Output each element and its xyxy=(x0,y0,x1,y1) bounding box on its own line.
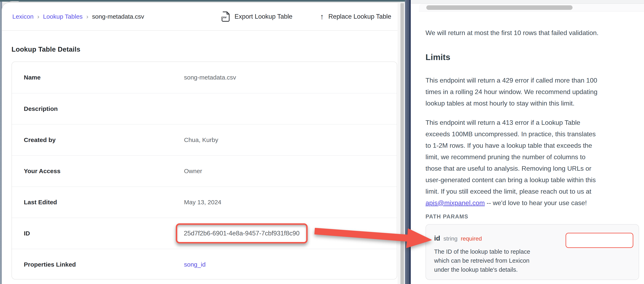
window-divider-band xyxy=(405,0,411,284)
export-lookup-table-button[interactable]: csv Export Lookup Table xyxy=(221,3,292,30)
paragraph-line: lookup tables at most hourly to stay wit… xyxy=(426,98,598,109)
row-value: song-metadata.csv xyxy=(184,74,236,81)
row-label: Name xyxy=(12,74,184,81)
breadcrumb-lexicon-link[interactable]: Lexicon xyxy=(12,13,34,20)
api-docs-window: We will return at most the first 10 rows… xyxy=(411,0,644,284)
param-type: string xyxy=(443,235,457,242)
paragraph-line: exceeds 100MB uncompressed. In practice,… xyxy=(426,128,596,140)
breadcrumb-lookup-tables-link[interactable]: Lookup Tables xyxy=(43,13,82,20)
paragraph-line: to 1-2M rows. If you have a lookup table… xyxy=(426,140,596,151)
id-param-card: id string required The ID of the lookup … xyxy=(426,224,639,280)
table-row: ID25d7f2b6-6901-4e8a-9457-7cbf931f8c90 xyxy=(12,218,397,249)
paragraph-line: those that are useful to analysis. Remov… xyxy=(426,163,596,174)
email-link[interactable]: apis@mixpanel.com xyxy=(426,199,485,207)
lookup-table-details-card: Namesong-metadata.csvDescriptionCreated … xyxy=(12,61,397,280)
table-row: Description xyxy=(12,93,397,124)
row-value: Chua, Kurby xyxy=(184,137,218,143)
paragraph-line: times in a rolling 24 hour window. We re… xyxy=(426,86,598,98)
breadcrumb: Lexicon › Lookup Tables › song-metadata.… xyxy=(12,3,144,30)
table-row: Properties Linkedsong_id xyxy=(12,249,397,280)
limits-heading: Limits xyxy=(426,52,450,62)
id-highlight-annotation: 25d7f2b6-6901-4e8a-9457-7cbf931f8c90 xyxy=(176,223,308,243)
export-button-label: Export Lookup Table xyxy=(234,13,292,20)
table-row: Your AccessOwner xyxy=(12,155,397,186)
validation-note: We will return at most the first 10 rows… xyxy=(426,27,598,38)
param-description: The ID of the lookup table to replacewhi… xyxy=(434,247,530,274)
limits-paragraph-1: This endpoint will return a 429 error if… xyxy=(426,75,598,109)
path-params-label: PATH PARAMS xyxy=(426,214,468,220)
table-row: Created byChua, Kurby xyxy=(12,124,397,155)
paragraph-line: The ID of the lookup table to replace xyxy=(434,247,530,256)
limits-paragraph-2: This endpoint will return a 413 error if… xyxy=(426,117,596,209)
linked-property-link[interactable]: song_id xyxy=(184,261,206,268)
table-row: Last EditedMay 13, 2024 xyxy=(12,186,397,218)
background-left-strip xyxy=(0,2,2,284)
paragraph-line: limit. If you still exceed the limit, pl… xyxy=(426,186,596,197)
paragraph-line: limit, we recommend pruning the number o… xyxy=(426,151,596,163)
row-label: Properties Linked xyxy=(12,261,184,268)
row-value: May 13, 2024 xyxy=(184,199,222,206)
paragraph-line: This endpoint will return a 429 error if… xyxy=(426,75,598,86)
replace-lookup-table-button[interactable]: ↑ Replace Lookup Table xyxy=(320,3,391,30)
row-label: Description xyxy=(12,105,184,112)
svg-text:csv: csv xyxy=(222,15,227,19)
paragraph-text: -- we'd love to hear your use case! xyxy=(485,199,587,207)
param-name: id xyxy=(434,234,440,242)
paragraph-line: user-generated content can bring a looku… xyxy=(426,174,596,186)
replace-button-label: Replace Lookup Table xyxy=(328,13,391,20)
upload-arrow-icon: ↑ xyxy=(320,13,324,20)
row-value: Owner xyxy=(184,168,202,175)
breadcrumb-separator-icon: › xyxy=(86,13,88,20)
row-label: Your Access xyxy=(12,168,184,175)
paragraph-line: This endpoint will return a 413 error if… xyxy=(426,117,596,128)
paragraph-line: under the lookup table's details. xyxy=(434,265,530,274)
table-row: Namesong-metadata.csv xyxy=(12,62,397,93)
row-label: ID xyxy=(12,230,184,237)
breadcrumb-current-page: song-metadata.csv xyxy=(92,13,144,20)
breadcrumb-separator-icon: › xyxy=(37,13,39,20)
docs-top-strip xyxy=(411,0,644,4)
row-value: song_id xyxy=(184,261,206,268)
lexicon-window: Lexicon › Lookup Tables › song-metadata.… xyxy=(2,3,401,284)
lexicon-header: Lexicon › Lookup Tables › song-metadata.… xyxy=(2,3,401,31)
row-value: 25d7f2b6-6901-4e8a-9457-7cbf931f8c90 xyxy=(184,223,308,243)
csv-file-icon: csv xyxy=(221,11,230,22)
row-label: Created by xyxy=(12,137,184,143)
limits-paragraph-2-lastline: apis@mixpanel.com -- we'd love to hear y… xyxy=(426,197,596,209)
background-top-strip xyxy=(0,0,405,2)
details-rows: Namesong-metadata.csvDescriptionCreated … xyxy=(12,62,397,280)
screenshot-stage: Lexicon › Lookup Tables › song-metadata.… xyxy=(0,0,644,284)
id-param-input[interactable] xyxy=(566,233,633,248)
left-window-vertical-scrollbar[interactable] xyxy=(400,3,404,284)
param-required-badge: required xyxy=(461,235,482,242)
row-label: Last Edited xyxy=(12,199,184,206)
paragraph-line: which can be retreived from Lexicon xyxy=(434,256,530,265)
param-header: id string required xyxy=(434,234,482,242)
docs-horizontal-scrollbar[interactable] xyxy=(426,5,572,10)
limits-paragraph-2-lines: This endpoint will return a 413 error if… xyxy=(426,117,596,197)
page-title: Lookup Table Details xyxy=(12,45,80,53)
